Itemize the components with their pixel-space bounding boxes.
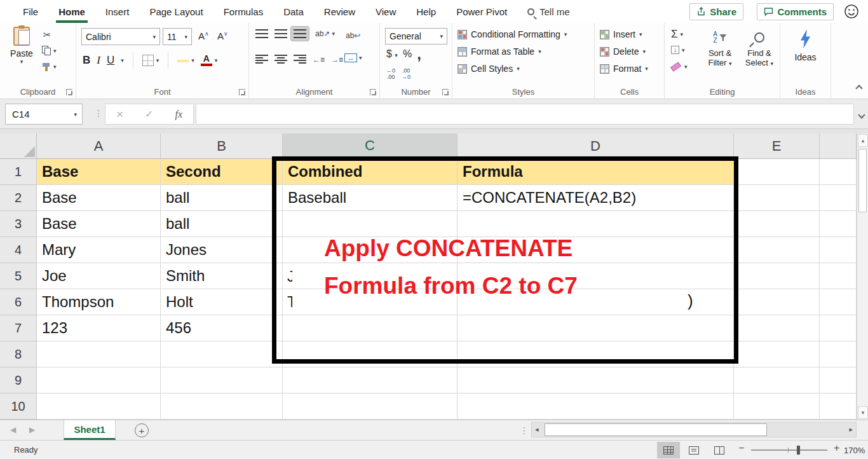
bottom-align-button[interactable] [291,27,309,41]
scroll-left-icon[interactable]: ◂ [535,425,539,434]
normal-view-button[interactable] [657,442,680,458]
cell-A8[interactable] [37,341,161,367]
sheet-tab-sheet1[interactable]: Sheet1 [64,420,116,440]
clipboard-dialog-launcher[interactable] [66,89,72,95]
increase-indent-button[interactable]: →≡ [329,51,346,67]
cell-E5[interactable] [734,263,820,289]
cell-E6[interactable] [734,289,820,315]
cell-E4[interactable] [734,237,820,263]
cell-E9[interactable] [734,367,820,394]
cell-F5[interactable] [820,263,857,289]
insert-function-icon[interactable]: fx [175,109,182,120]
underline-button[interactable]: U [107,54,114,67]
row-header-9[interactable]: 9 [0,367,37,394]
zoom-out-button[interactable]: − [738,442,744,454]
column-header-C[interactable]: C [283,134,458,159]
font-name-combo[interactable]: Calibri▾ [81,28,160,45]
page-layout-view-button[interactable] [682,442,705,458]
percent-button[interactable]: % [403,48,412,60]
zoom-in-button[interactable]: + [834,442,839,454]
row-header-7[interactable]: 7 [0,315,37,341]
cell-B10[interactable] [161,394,283,420]
font-dialog-launcher[interactable] [239,89,245,95]
italic-button[interactable]: I [97,54,100,67]
align-center-button[interactable] [272,52,290,66]
page-break-view-button[interactable] [708,442,731,458]
share-button[interactable]: Share [689,3,743,20]
tab-home[interactable]: Home [48,0,95,23]
clear-button[interactable]: ▾ [671,64,688,70]
cell-A2[interactable]: Base [37,185,161,211]
tab-file[interactable]: File [13,0,48,23]
cell-E2[interactable] [734,185,820,211]
cell-D9[interactable] [458,367,734,394]
merge-center-button[interactable]: ↔▾ [344,53,362,62]
zoom-slider-thumb[interactable] [797,446,800,455]
cell-E10[interactable] [734,394,820,420]
ideas-button[interactable]: Ideas [780,29,831,62]
find-select-button[interactable]: Find & Select ▾ [741,27,778,67]
tab-scrollbar-splitter[interactable]: ⋮ [520,425,529,435]
row-header-3[interactable]: 3 [0,211,37,237]
fill-color-button[interactable]: ▾ [177,57,194,64]
cell-A3[interactable]: Base [37,211,161,237]
cell-F10[interactable] [820,394,857,420]
vertical-scrollbar[interactable]: ▴ ▾ [857,134,868,420]
tab-help[interactable]: Help [406,0,446,23]
font-size-combo[interactable]: 11▾ [163,28,192,45]
cell-A5[interactable]: Joe [37,263,161,289]
align-right-button[interactable] [291,52,309,66]
cell-D10[interactable] [458,394,734,420]
wrap-text-button[interactable]: ab↩ [346,29,360,41]
cell-F6[interactable] [820,289,857,315]
tab-power-pivot[interactable]: Power Pivot [446,0,517,23]
cell-B9[interactable] [161,367,283,394]
cell-B4[interactable]: Jones [161,237,283,263]
row-header-8[interactable]: 8 [0,341,37,367]
cell-B2[interactable]: ball [161,185,283,211]
cell-A10[interactable] [37,394,161,420]
cell-F9[interactable] [820,367,857,394]
scroll-down-icon[interactable]: ▾ [858,406,868,419]
row-header-1[interactable]: 1 [0,159,37,185]
delete-cells-button[interactable]: Delete▾ [600,46,646,57]
decrease-decimal-button[interactable]: .00→0 [402,67,410,80]
column-header-partial[interactable] [820,134,857,159]
cell-B3[interactable]: ball [161,211,283,237]
cell-A1[interactable]: Base [37,159,161,185]
row-header-5[interactable]: 5 [0,263,37,289]
cell-C10[interactable] [283,394,458,420]
cell-F3[interactable] [820,211,857,237]
select-all-corner[interactable] [0,134,37,159]
tab-formulas[interactable]: Formulas [214,0,274,23]
top-align-button[interactable] [253,27,271,41]
cell-B5[interactable]: Smith [161,263,283,289]
autosum-button[interactable]: Σ▾ [671,28,683,41]
comments-button[interactable]: Comments [757,3,834,20]
orientation-button[interactable]: ab↗▾ [315,29,335,38]
column-header-E[interactable]: E [734,134,820,159]
cell-B6[interactable]: Holt [161,289,283,315]
cell-E7[interactable] [734,315,820,341]
format-as-table-button[interactable]: Format as Table▾ [458,46,541,57]
sort-filter-button[interactable]: AZ Sort & Filter ▾ [702,27,738,67]
fill-button[interactable]: ↓▾ [671,46,685,54]
cell-F8[interactable] [820,341,857,367]
column-header-D[interactable]: D [458,134,734,159]
tab-insert[interactable]: Insert [95,0,140,23]
name-box[interactable]: C14 ▾ [5,104,83,125]
underline-dropdown[interactable]: ▾ [121,57,124,64]
expand-formula-bar-button[interactable] [859,109,864,120]
tell-me-search[interactable]: Tell me [527,0,570,23]
cell-A7[interactable]: 123 [37,315,161,341]
vertical-scroll-thumb[interactable] [858,149,867,212]
decrease-indent-button[interactable]: ←≡ [310,51,327,67]
row-header-6[interactable]: 6 [0,289,37,315]
cell-E8[interactable] [734,341,820,367]
horizontal-scrollbar[interactable]: ◂ ▸ [531,422,857,437]
cell-B8[interactable] [161,341,283,367]
paste-button[interactable]: Paste ▾ [8,27,36,65]
format-cells-button[interactable]: Format▾ [600,64,648,74]
increase-decimal-button[interactable]: ←0.00 [386,67,395,80]
cell-C9[interactable] [283,367,458,394]
